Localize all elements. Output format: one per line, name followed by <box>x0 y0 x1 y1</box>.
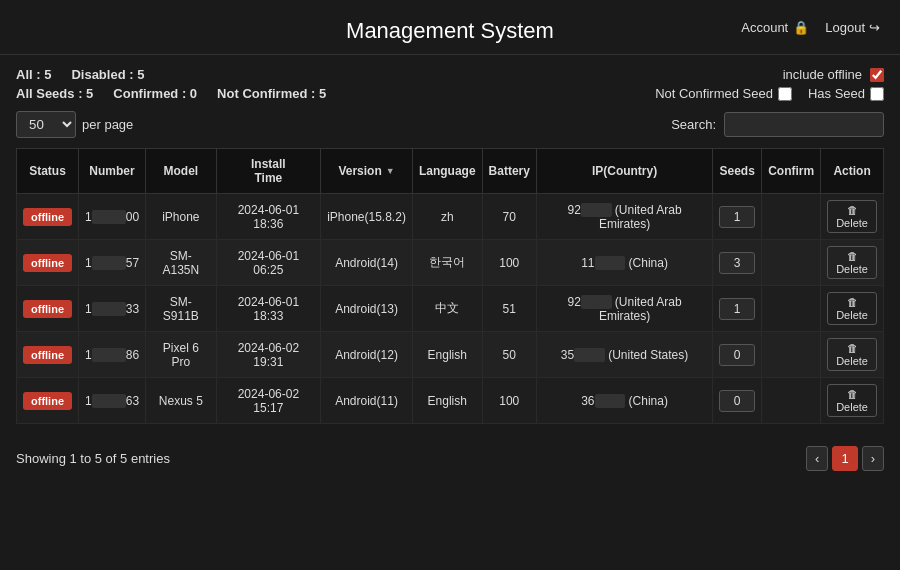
col-action: Action <box>821 149 884 194</box>
delete-button[interactable]: 🗑Delete <box>827 384 877 417</box>
has-seed-group: Has Seed <box>808 86 884 101</box>
include-offline-label: include offline <box>783 67 862 82</box>
cell-ip-country: 36 (China) <box>536 378 712 424</box>
cell-number: 1 57 <box>79 240 146 286</box>
cell-version: iPhone(15.8.2) <box>321 194 413 240</box>
search-label: Search: <box>671 117 716 132</box>
cell-language: English <box>412 378 482 424</box>
trash-icon: 🗑 <box>847 342 858 354</box>
include-offline-checkbox[interactable] <box>870 68 884 82</box>
has-seed-label: Has Seed <box>808 86 865 101</box>
delete-label: Delete <box>836 401 868 413</box>
cell-install-time: 2024-06-02 19:31 <box>216 332 321 378</box>
sort-icon: ▼ <box>386 166 395 176</box>
account-label: Account <box>741 20 788 35</box>
status-badge: offline <box>23 346 72 364</box>
cell-number: 1 86 <box>79 332 146 378</box>
masked-number <box>92 348 126 362</box>
col-confirm: Confirm <box>762 149 821 194</box>
cell-battery: 51 <box>482 286 536 332</box>
cell-number: 1 00 <box>79 194 146 240</box>
status-badge: offline <box>23 300 72 318</box>
next-page-button[interactable]: › <box>862 446 884 471</box>
logout-button[interactable]: Logout ↪ <box>825 20 880 35</box>
col-number: Number <box>79 149 146 194</box>
status-badge: offline <box>23 392 72 410</box>
cell-model: iPhone <box>146 194 217 240</box>
per-page-group: 50 100 200 per page <box>16 111 133 138</box>
delete-button[interactable]: 🗑Delete <box>827 200 877 233</box>
cell-status: offline <box>17 378 79 424</box>
data-table: Status Number Model InstallTime Version … <box>16 148 884 424</box>
cell-ip-country: 92 (United Arab Emirates) <box>536 286 712 332</box>
cell-ip-country: 92 (United Arab Emirates) <box>536 194 712 240</box>
cell-action: 🗑Delete <box>821 240 884 286</box>
delete-label: Delete <box>836 309 868 321</box>
table-row: offline1 86Pixel 6 Pro2024-06-02 19:31An… <box>17 332 884 378</box>
all-seeds-count: All Seeds : 5 <box>16 86 93 101</box>
masked-ip <box>595 256 626 270</box>
cell-install-time: 2024-06-01 18:36 <box>216 194 321 240</box>
status-badge: offline <box>23 208 72 226</box>
cell-action: 🗑Delete <box>821 378 884 424</box>
trash-icon: 🗑 <box>847 250 858 262</box>
cell-seeds: 3 <box>713 240 762 286</box>
cell-install-time: 2024-06-01 06:25 <box>216 240 321 286</box>
cell-language: English <box>412 332 482 378</box>
masked-number <box>92 256 126 270</box>
search-input[interactable] <box>724 112 884 137</box>
col-model: Model <box>146 149 217 194</box>
prev-page-button[interactable]: ‹ <box>806 446 828 471</box>
cell-seeds: 1 <box>713 286 762 332</box>
masked-number <box>92 302 126 316</box>
header: Management System Account 🔒 Logout ↪ <box>0 0 900 55</box>
table-header-row: Status Number Model InstallTime Version … <box>17 149 884 194</box>
version-label: Version <box>338 164 381 178</box>
masked-ip <box>595 394 626 408</box>
cell-battery: 50 <box>482 332 536 378</box>
footer: Showing 1 to 5 of 5 entries ‹ 1 › <box>0 436 900 477</box>
has-seed-checkbox[interactable] <box>870 87 884 101</box>
col-version[interactable]: Version ▼ <box>321 149 413 194</box>
delete-label: Delete <box>836 355 868 367</box>
main-content: All : 5 Disabled : 5 include offline All… <box>0 55 900 436</box>
not-confirmed-count: Not Confirmed : 5 <box>217 86 326 101</box>
delete-button[interactable]: 🗑Delete <box>827 338 877 371</box>
cell-install-time: 2024-06-02 15:17 <box>216 378 321 424</box>
cell-action: 🗑Delete <box>821 194 884 240</box>
pagination: ‹ 1 › <box>806 446 884 471</box>
cell-version: Android(13) <box>321 286 413 332</box>
col-battery: Battery <box>482 149 536 194</box>
controls-row: 50 100 200 per page Search: <box>16 111 884 138</box>
page-1-button[interactable]: 1 <box>832 446 857 471</box>
cell-language: 中文 <box>412 286 482 332</box>
page-title: Management System <box>346 18 554 43</box>
header-actions: Account 🔒 Logout ↪ <box>741 20 880 35</box>
status-badge: offline <box>23 254 72 272</box>
stats-left-1: All : 5 Disabled : 5 <box>16 67 144 82</box>
cell-ip-country: 35 (United States) <box>536 332 712 378</box>
delete-button[interactable]: 🗑Delete <box>827 292 877 325</box>
cell-model: Nexus 5 <box>146 378 217 424</box>
cell-language: zh <box>412 194 482 240</box>
table-row: offline1 63Nexus 52024-06-02 15:17Androi… <box>17 378 884 424</box>
per-page-label: per page <box>82 117 133 132</box>
stats-right-2: Not Confirmed Seed Has Seed <box>655 86 884 101</box>
account-button[interactable]: Account 🔒 <box>741 20 809 35</box>
cell-model: Pixel 6 Pro <box>146 332 217 378</box>
not-confirmed-seed-label: Not Confirmed Seed <box>655 86 773 101</box>
per-page-select[interactable]: 50 100 200 <box>16 111 76 138</box>
stats-left-2: All Seeds : 5 Confirmed : 0 Not Confirme… <box>16 86 326 101</box>
not-confirmed-seed-group: Not Confirmed Seed <box>655 86 792 101</box>
logout-icon: ↪ <box>869 20 880 35</box>
stats-row-1: All : 5 Disabled : 5 include offline <box>16 67 884 82</box>
cell-confirm <box>762 378 821 424</box>
stats-row-2: All Seeds : 5 Confirmed : 0 Not Confirme… <box>16 86 884 101</box>
logout-label: Logout <box>825 20 865 35</box>
cell-confirm <box>762 240 821 286</box>
cell-confirm <box>762 286 821 332</box>
not-confirmed-seed-checkbox[interactable] <box>778 87 792 101</box>
cell-seeds: 0 <box>713 332 762 378</box>
delete-button[interactable]: 🗑Delete <box>827 246 877 279</box>
cell-model: SM-S911B <box>146 286 217 332</box>
